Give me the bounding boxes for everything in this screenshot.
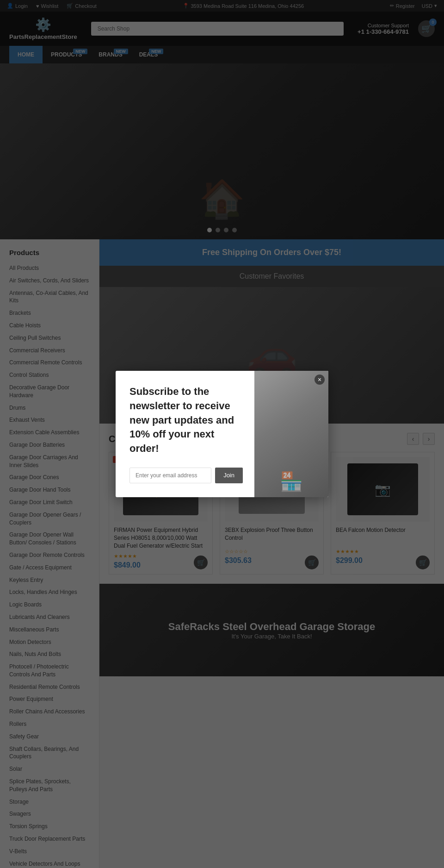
modal-image-content: 🏪 [254,371,328,497]
modal-join-button[interactable]: Join [215,468,243,483]
modal-image: 🏪 [254,371,328,497]
modal-image-decoration: 🏪 [280,471,303,493]
modal-close-button[interactable]: × [314,375,325,385]
modal-title: Subscribe to the newsletter to receive n… [130,385,243,456]
newsletter-modal: Subscribe to the newsletter to receive n… [116,371,328,497]
modal-overlay[interactable]: Subscribe to the newsletter to receive n… [0,0,444,868]
modal-email-input[interactable] [130,468,211,483]
modal-form: Join [130,468,243,483]
modal-content: Subscribe to the newsletter to receive n… [116,371,254,497]
